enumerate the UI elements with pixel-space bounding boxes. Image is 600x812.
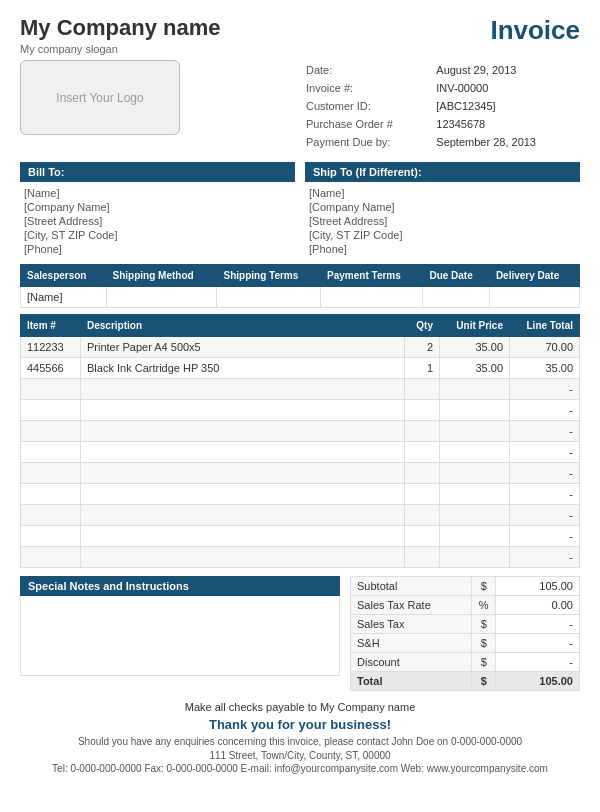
shipping-terms-value [217,287,321,308]
item-num [21,484,81,505]
item-line-total: 70.00 [510,337,580,358]
item-num [21,442,81,463]
tax-rate-symbol: % [472,596,496,615]
logo-placeholder: Insert Your Logo [20,60,180,135]
item-num [21,421,81,442]
item-num [21,547,81,568]
invoice-title: Invoice [490,15,580,46]
sh-row: S&H $ - [351,634,580,653]
item-qty [405,463,440,484]
item-num: 445566 [21,358,81,379]
item-unit-price: 35.00 [440,358,510,379]
item-qty [405,379,440,400]
item-unit-price [440,400,510,421]
bill-to-box: Bill To: [Name] [Company Name] [Street A… [20,162,295,256]
tax-rate-label: Sales Tax Rate [351,596,472,615]
discount-symbol: $ [472,653,496,672]
footer-address: 111 Street, Town/City, County, ST, 00000 [20,750,580,761]
total-value: 105.00 [496,672,580,691]
date-value: August 29, 2013 [432,62,578,78]
item-line-total: - [510,505,580,526]
item-line-total: - [510,547,580,568]
item-description [81,400,405,421]
item-row: - [21,505,580,526]
total-row: Total $ 105.00 [351,672,580,691]
sales-tax-row: Sales Tax $ - [351,615,580,634]
item-description [81,421,405,442]
bill-to-street: [Street Address] [20,214,295,228]
item-unit-price [440,505,510,526]
item-qty [405,526,440,547]
item-row: - [21,463,580,484]
thank-you-text: Thank you for your business! [20,717,580,732]
discount-row: Discount $ - [351,653,580,672]
item-description: Black Ink Cartridge HP 350 [81,358,405,379]
footer: Make all checks payable to My Company na… [20,701,580,774]
ship-to-company: [Company Name] [305,200,580,214]
bill-to-name: [Name] [20,186,295,200]
item-num: 112233 [21,337,81,358]
col-payment-terms: Payment Terms [321,265,423,287]
col-qty: Qty [405,315,440,337]
payment-due-label: Payment Due by: [302,134,430,150]
item-qty: 2 [405,337,440,358]
item-row: - [21,442,580,463]
item-unit-price [440,379,510,400]
item-line-total: - [510,442,580,463]
item-line-total: - [510,484,580,505]
col-unit-price: Unit Price [440,315,510,337]
item-row: - [21,379,580,400]
subtotal-value: 105.00 [496,577,580,596]
totals-box: Subtotal $ 105.00 Sales Tax Rate % 0.00 … [350,576,580,691]
item-description [81,463,405,484]
col-line-total: Line Total [510,315,580,337]
sales-tax-value: - [496,615,580,634]
payment-terms-value [321,287,423,308]
item-line-total: - [510,400,580,421]
date-label: Date: [302,62,430,78]
tax-rate-value: 0.00 [496,596,580,615]
items-table: Item # Description Qty Unit Price Line T… [20,314,580,568]
notes-header: Special Notes and Instructions [20,576,340,596]
item-row: - [21,547,580,568]
ship-to-box: Ship To (If Different): [Name] [Company … [305,162,580,256]
item-row: - [21,526,580,547]
ship-to-city: [City, ST ZIP Code] [305,228,580,242]
ship-to-phone: [Phone] [305,242,580,256]
item-line-total: - [510,379,580,400]
subtotal-symbol: $ [472,577,496,596]
invoice-num-value: INV-00000 [432,80,578,96]
item-unit-price [440,547,510,568]
totals-table: Subtotal $ 105.00 Sales Tax Rate % 0.00 … [350,576,580,691]
sh-value: - [496,634,580,653]
item-num [21,400,81,421]
subtotal-row: Subtotal $ 105.00 [351,577,580,596]
bill-to-city: [City, ST ZIP Code] [20,228,295,242]
ship-to-street: [Street Address] [305,214,580,228]
item-num [21,379,81,400]
payment-due-value: September 28, 2013 [432,134,578,150]
total-label: Total [351,672,472,691]
footer-contact: Tel: 0-000-000-0000 Fax: 0-000-000-0000 … [20,763,580,774]
item-row: - [21,421,580,442]
invoice-num-label: Invoice #: [302,80,430,96]
item-row: 445566 Black Ink Cartridge HP 350 1 35.0… [21,358,580,379]
customer-id-value: [ABC12345] [432,98,578,114]
item-qty: 1 [405,358,440,379]
item-unit-price: 35.00 [440,337,510,358]
purchase-order-value: 12345678 [432,116,578,132]
item-unit-price [440,442,510,463]
notes-body [20,596,340,676]
col-shipping-method: Shipping Method [106,265,217,287]
item-line-total: 35.00 [510,358,580,379]
item-qty [405,400,440,421]
shipping-method-value [106,287,217,308]
item-description [81,379,405,400]
company-name: My Company name [20,15,221,41]
total-symbol: $ [472,672,496,691]
item-unit-price [440,526,510,547]
item-line-total: - [510,526,580,547]
delivery-date-value [489,287,579,308]
item-unit-price [440,463,510,484]
col-delivery-date: Delivery Date [489,265,579,287]
